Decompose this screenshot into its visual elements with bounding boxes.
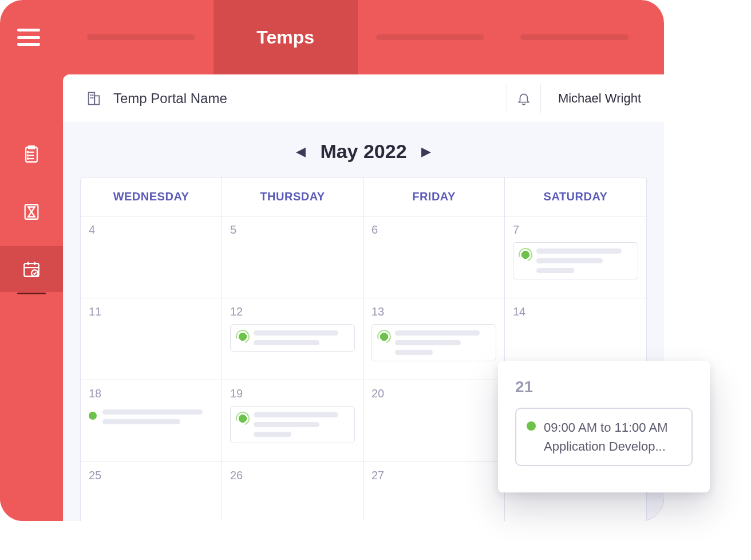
svg-rect-14 xyxy=(89,93,95,105)
building-icon xyxy=(86,90,102,107)
day-number: 11 xyxy=(89,305,214,318)
calendar-cell[interactable]: 27 xyxy=(363,462,505,521)
calendar-cell[interactable]: 4 xyxy=(81,216,222,298)
calendar-day-header: THURSDAY xyxy=(222,178,363,216)
event-placeholder[interactable] xyxy=(230,406,355,443)
popout-event-text: 09:00 AM to 11:00 AM Application Develop… xyxy=(544,418,667,456)
svg-rect-18 xyxy=(90,97,92,98)
svg-rect-15 xyxy=(94,96,99,104)
sidebar-item-list[interactable] xyxy=(0,132,63,178)
calendar-cell[interactable]: 6 xyxy=(363,216,505,298)
status-dot-icon xyxy=(379,332,389,342)
topbar: Temps xyxy=(0,0,664,74)
calendar-cell[interactable]: 20 xyxy=(363,380,505,462)
calendar-cell[interactable]: 19 xyxy=(222,380,363,462)
portal-name: Temp Portal Name xyxy=(113,90,507,107)
popout-event-title: Application Develop... xyxy=(544,437,667,456)
calendar-row: 4567 xyxy=(81,216,646,298)
status-dot-icon xyxy=(527,421,536,431)
calendar-cell[interactable]: 7 xyxy=(505,216,646,298)
calendar-cell[interactable]: 13 xyxy=(363,298,505,380)
next-month-button[interactable]: ▶ xyxy=(421,144,431,159)
svg-rect-19 xyxy=(92,97,93,98)
day-number: 25 xyxy=(89,469,214,482)
calendar-day-header: SATURDAY xyxy=(505,178,646,216)
popout-event[interactable]: 09:00 AM to 11:00 AM Application Develop… xyxy=(515,408,693,466)
status-dot-icon xyxy=(89,412,97,420)
svg-point-5 xyxy=(27,152,29,153)
day-number: 19 xyxy=(230,387,355,400)
day-number: 13 xyxy=(371,305,496,318)
list-icon xyxy=(22,145,41,164)
active-tab-label: Temps xyxy=(256,27,314,48)
event-placeholder[interactable] xyxy=(89,406,214,428)
day-number: 27 xyxy=(371,469,496,482)
month-navigator: ◀ May 2022 ▶ xyxy=(63,123,664,168)
calendar-day-header: FRIDAY xyxy=(363,178,505,216)
day-number: 18 xyxy=(89,387,214,400)
day-number: 14 xyxy=(513,305,638,318)
event-placeholder[interactable] xyxy=(230,324,355,352)
sidebar-item-schedule[interactable] xyxy=(0,246,63,292)
day-number: 26 xyxy=(230,469,355,482)
calendar-head: WEDNESDAYTHURSDAYFRIDAYSATURDAY xyxy=(81,178,646,216)
day-number: 12 xyxy=(230,305,355,318)
day-number: 7 xyxy=(513,223,638,236)
day-number: 20 xyxy=(371,387,496,400)
svg-rect-16 xyxy=(90,94,92,96)
calendar-cell[interactable]: 11 xyxy=(81,298,222,380)
calendar-day-header: WEDNESDAY xyxy=(81,178,222,216)
status-dot-icon xyxy=(238,413,248,424)
top-tab-1[interactable] xyxy=(69,0,214,74)
top-tab-3[interactable] xyxy=(358,0,503,74)
month-label: May 2022 xyxy=(320,140,406,163)
popout-day-number: 21 xyxy=(515,378,693,396)
calendar-cell[interactable]: 25 xyxy=(81,462,222,521)
user-name[interactable]: Michael Wright xyxy=(558,91,641,106)
day-number: 6 xyxy=(371,223,496,236)
top-tab-4[interactable] xyxy=(503,0,647,74)
top-tabs: Temps xyxy=(69,0,647,74)
bell-icon xyxy=(516,91,531,106)
prev-month-button[interactable]: ◀ xyxy=(296,144,306,159)
calendar-cell[interactable]: 12 xyxy=(222,298,363,380)
menu-icon[interactable] xyxy=(17,29,40,46)
sidebar-item-timesheet[interactable] xyxy=(0,189,63,235)
day-number: 5 xyxy=(230,223,355,236)
calendar-cell[interactable]: 18 xyxy=(81,380,222,462)
notifications-button[interactable] xyxy=(507,84,541,113)
hourglass-icon xyxy=(22,202,41,222)
svg-rect-17 xyxy=(92,94,93,96)
headerbar: Temp Portal Name Michael Wright xyxy=(63,74,664,123)
svg-point-6 xyxy=(27,155,29,156)
day-number: 4 xyxy=(89,223,214,236)
event-placeholder[interactable] xyxy=(513,242,638,279)
event-placeholder[interactable] xyxy=(371,324,496,361)
calendar-cell[interactable]: 5 xyxy=(222,216,363,298)
calendar-check-icon xyxy=(22,259,41,279)
sidebar xyxy=(0,74,63,521)
popout-event-time: 09:00 AM to 11:00 AM xyxy=(544,418,667,437)
top-tab-temps[interactable]: Temps xyxy=(214,0,358,74)
calendar-cell[interactable]: 26 xyxy=(222,462,363,521)
status-dot-icon xyxy=(520,250,531,260)
status-dot-icon xyxy=(238,332,248,342)
day-detail-popout: 21 09:00 AM to 11:00 AM Application Deve… xyxy=(498,361,710,492)
svg-point-7 xyxy=(27,158,29,159)
